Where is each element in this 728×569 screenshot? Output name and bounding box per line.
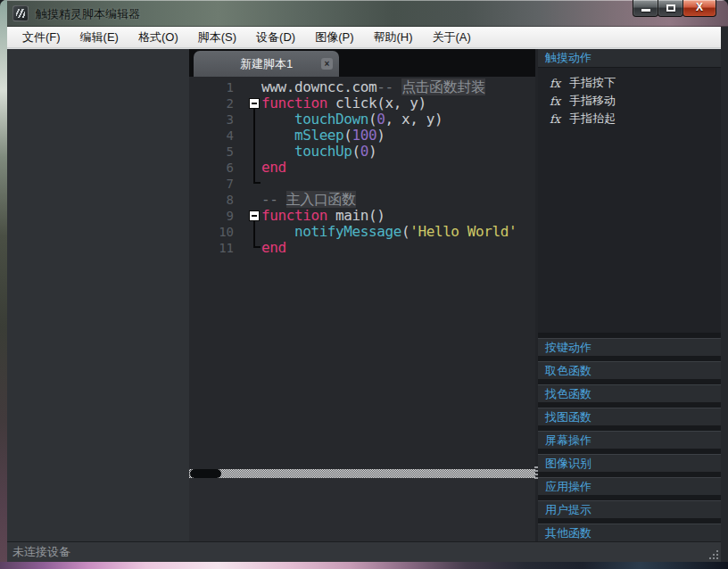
sidebar-panel-header-2[interactable]: 找色函数 [538,384,721,402]
menu-item-5[interactable]: 图像(P) [305,27,363,47]
menu-item-7[interactable]: 关于(A) [423,27,481,47]
code-line-11[interactable]: 11end [189,240,535,256]
token-string: 'Hello World' [410,223,517,240]
panel-splitter[interactable] [535,49,538,541]
code-text: touchUp(0) [261,144,376,160]
token-plain: click(x, y) [327,95,426,111]
sidebar-panel-header-4[interactable]: 屏幕操作 [538,431,721,449]
close-button[interactable]: X [682,0,716,17]
code-text: www.downcc.com-- 点击函数封装 [261,79,485,95]
sidebar-panel-header-3[interactable]: 找图函数 [538,408,721,425]
window-title: 触摸精灵脚本编辑器 [36,6,140,22]
token-plain [261,127,294,144]
fold-margin [248,128,261,144]
token-plain [261,111,294,128]
sidebar-panel-header-6[interactable]: 应用操作 [538,477,721,495]
code-text: function click(x, y) [261,95,426,111]
fold-minus-box-icon[interactable] [249,98,260,109]
app-window: 触摸精灵脚本编辑器 X 文件(F)编辑(E)格式(O)脚本(S)设备(D)图像(… [0,0,728,569]
token-func: touchDown [294,111,368,128]
line-number: 8 [189,193,248,207]
sidebar-panel-header-7[interactable]: 用户提示 [538,500,721,518]
code-area[interactable]: 1www.downcc.com-- 点击函数封装2function click(… [189,77,535,467]
code-line-3[interactable]: 3 touchDown(0, x, y) [189,111,535,128]
sidebar-panel-empty-area [538,128,721,333]
line-number: 7 [189,177,248,191]
sidebar-panel-header-1[interactable]: 取色函数 [538,361,721,379]
sidebar-panel-header-8[interactable]: 其他函数 [538,524,721,541]
code-text: touchDown(0, x, y) [261,111,443,128]
titlebar[interactable]: 触摸精灵脚本编辑器 X [0,0,728,27]
minimize-icon [641,9,650,12]
code-line-4[interactable]: 4 mSleep(100) [189,128,535,144]
line-number: 11 [189,241,248,255]
fold-margin [248,240,261,256]
window-border-right [721,0,728,562]
line-number: 1 [189,80,248,95]
code-line-5[interactable]: 5 touchUp(0) [189,144,535,160]
sidebar-function-item-0[interactable]: fx手指按下 [538,74,721,92]
sidebar-panel-items: fx手指按下fx手指移动fx手指抬起 [538,68,721,128]
menu-item-3[interactable]: 脚本(S) [188,27,246,47]
token-func: mSleep [294,127,343,144]
menu-item-1[interactable]: 编辑(E) [70,27,128,47]
code-line-7[interactable]: 7 [189,176,535,192]
code-line-1[interactable]: 1www.downcc.com-- 点击函数封装 [189,79,535,95]
fold-margin [248,224,261,240]
code-text: -- 主入口函数 [261,192,356,208]
sidebar-function-item-1[interactable]: fx手指移动 [538,92,721,110]
tab-close-icon[interactable]: × [321,58,333,70]
sidebar-panel-header-touch[interactable]: 触摸动作 [538,49,721,68]
code-line-9[interactable]: 9function main() [189,208,535,224]
token-plain: , x, y) [385,111,443,128]
token-number: 100 [352,127,377,144]
window-border-bottom [0,562,728,569]
project-panel[interactable] [7,49,189,541]
token-plain: ) [376,127,385,144]
token-plain: ( [352,143,360,160]
menu-item-6[interactable]: 帮助(H) [363,27,422,47]
function-item-label: 手指抬起 [569,111,616,127]
token-plain: ) [368,143,376,160]
code-editor: 新建脚本1 × 1www.downcc.com-- 点击函数封装2functio… [189,49,535,541]
code-line-6[interactable]: 6end [189,160,535,176]
token-plain [261,223,294,240]
menu-item-4[interactable]: 设备(D) [246,27,305,47]
scrollbar-thumb[interactable] [190,469,221,478]
sidebar-collapsed-panels: 按键动作取色函数找色函数找图函数屏幕操作图像识别应用操作用户提示其他函数 [538,333,721,541]
line-number: 2 [189,96,248,111]
sidebar-panel-header-0[interactable]: 按键动作 [538,338,721,356]
line-number: 5 [189,144,248,159]
menu-item-0[interactable]: 文件(F) [12,27,70,47]
fold-margin [248,192,261,208]
token-keyword: function [261,95,327,111]
sidebar-panel-header-5[interactable]: 图像识别 [538,454,721,472]
token-commentcjk: 点击函数封装 [401,78,485,95]
menu-item-2[interactable]: 格式(O) [128,27,188,47]
sidebar-function-item-2[interactable]: fx手指抬起 [538,110,721,128]
code-line-10[interactable]: 10 notifyMessage('Hello World' [189,224,535,240]
splitter-grip-icon [534,466,538,479]
resize-grip-icon[interactable] [716,557,718,559]
code-line-2[interactable]: 2function click(x, y) [189,95,535,111]
code-line-8[interactable]: 8-- 主入口函数 [189,192,535,208]
fold-minus-box-icon[interactable] [249,210,260,221]
fold-collapse-icon[interactable] [248,208,261,224]
token-plain: ( [368,111,376,128]
code-text: mSleep(100) [261,128,385,144]
token-func: notifyMessage [294,223,401,240]
maximize-button[interactable] [658,0,683,17]
token-keyword: end [261,159,286,176]
code-text: function main() [261,208,385,224]
statusbar: 未连接设备 [7,541,721,562]
window-border-left [0,0,7,562]
token-number: 0 [360,143,368,160]
minimize-button[interactable] [633,0,658,17]
fold-collapse-icon[interactable] [248,95,261,111]
function-fx-icon: fx [550,95,569,108]
tab-script[interactable]: 新建脚本1 × [194,51,339,77]
line-number: 6 [189,161,248,175]
horizontal-scrollbar[interactable] [189,469,535,478]
fold-margin [248,79,261,95]
line-number: 9 [189,209,248,223]
